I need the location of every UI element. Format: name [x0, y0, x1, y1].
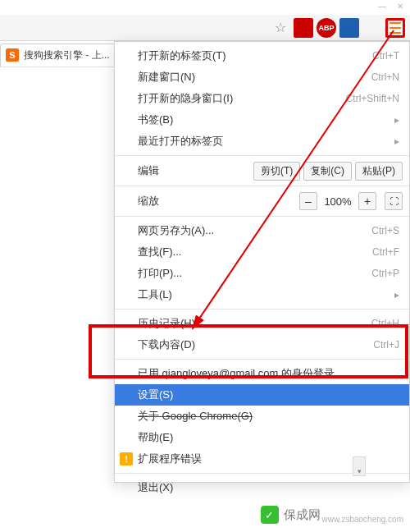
fullscreen-button[interactable]: ⛶ [385, 192, 403, 210]
bookmark-star-icon[interactable]: ☆ [271, 18, 290, 38]
watermark: ✓ 保成网 www.zsbaocheng.com [261, 506, 404, 524]
menu-save-as[interactable]: 网页另存为(A)... Ctrl+S [115, 220, 409, 241]
menu-edit-label: 编辑 [138, 163, 159, 178]
watermark-url: www.zsbaocheng.com [322, 515, 404, 524]
menu-zoom-row: 缩放 – 100% + ⛶ [115, 190, 409, 213]
menu-help[interactable]: 帮助(E) [115, 427, 409, 448]
cut-button[interactable]: 剪切(T) [253, 162, 300, 181]
menu-separator [115, 216, 409, 217]
menu-new-incognito[interactable]: 打开新的隐身窗口(I) Ctrl+Shift+N [115, 88, 409, 109]
minimize-button[interactable]: — [376, 2, 389, 11]
menu-bookmarks[interactable]: 书签(B) ▸ [115, 109, 409, 131]
menu-new-window[interactable]: 新建窗口(N) Ctrl+N [115, 66, 409, 88]
extension-icon[interactable] [294, 18, 313, 38]
menu-separator [115, 359, 409, 360]
watermark-text: 保成网 [284, 507, 321, 523]
paste-button[interactable]: 粘贴(P) [355, 162, 403, 181]
chrome-menu-button[interactable] [385, 18, 405, 38]
shield-icon: ✓ [261, 506, 279, 524]
menu-history[interactable]: 历史记录(H) Ctrl+H [115, 313, 409, 334]
zoom-value: 100% [319, 195, 357, 208]
menu-downloads[interactable]: 下载内容(D) Ctrl+J [115, 334, 409, 355]
scrollbar-down-icon[interactable]: ▾ [353, 456, 366, 476]
zoom-in-button[interactable]: + [358, 192, 376, 210]
menu-separator [115, 186, 409, 186]
extension-icon[interactable] [362, 18, 382, 38]
tab-favicon-icon: S [6, 48, 19, 62]
menu-separator [115, 155, 409, 156]
chrome-main-menu: 打开新的标签页(T) Ctrl+T 新建窗口(N) Ctrl+N 打开新的隐身窗… [114, 41, 410, 483]
submenu-arrow-icon: ▸ [394, 114, 399, 126]
zoom-out-button[interactable]: – [299, 192, 317, 210]
menu-exit[interactable]: 退出(X) [115, 477, 409, 498]
window-close-button[interactable]: ✕ [394, 2, 407, 11]
menu-new-tab[interactable]: 打开新的标签页(T) Ctrl+T [115, 45, 409, 66]
menu-tools[interactable]: 工具(L) ▸ [115, 284, 409, 305]
menu-about-chrome[interactable]: 关于 Google Chrome(G) [115, 406, 409, 427]
warning-icon: ! [120, 452, 133, 466]
copy-button[interactable]: 复制(C) [303, 162, 352, 181]
extension-icon[interactable] [339, 18, 359, 38]
browser-toolbar: ☆ ABP [0, 15, 410, 41]
menu-settings[interactable]: 设置(S) [115, 384, 409, 406]
menu-edit-row: 编辑 剪切(T) 复制(C) 粘贴(P) [115, 159, 409, 182]
menu-print[interactable]: 打印(P)... Ctrl+P [115, 263, 409, 284]
menu-find[interactable]: 查找(F)... Ctrl+F [115, 241, 409, 263]
menu-zoom-label: 缩放 [138, 194, 159, 209]
submenu-arrow-icon: ▸ [394, 289, 399, 300]
menu-signed-in[interactable]: 已用 qiangloveya@gmail.com 的身份登录... [115, 363, 409, 384]
menu-recent-tabs[interactable]: 最近打开的标签页 ▸ [115, 131, 409, 152]
hamburger-icon [390, 22, 401, 34]
tab-title: 搜狗搜索引擎 - 上... [24, 48, 110, 62]
menu-separator [115, 309, 409, 310]
browser-tab[interactable]: S 搜狗搜索引擎 - 上... × [0, 44, 129, 66]
abp-extension-icon[interactable]: ABP [317, 18, 336, 38]
submenu-arrow-icon: ▸ [394, 135, 399, 147]
window-controls: — ✕ [376, 2, 407, 11]
